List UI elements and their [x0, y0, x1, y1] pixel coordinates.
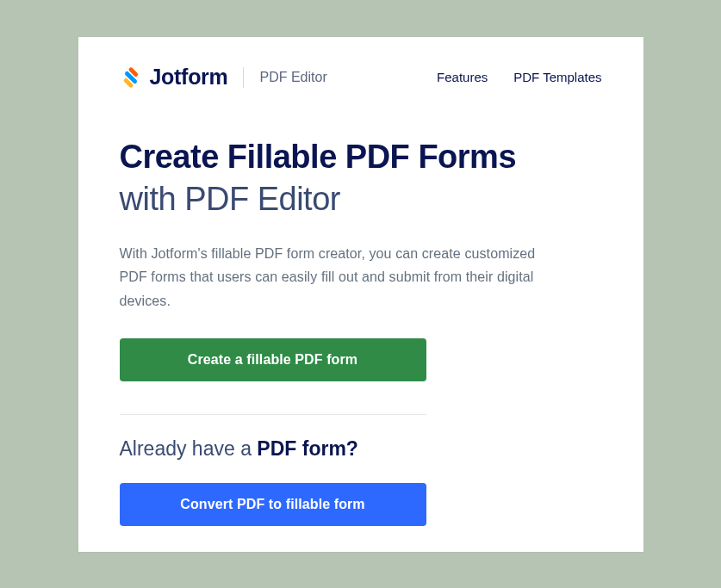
title-bold: Create Fillable PDF Forms	[120, 139, 517, 175]
horizontal-divider	[120, 414, 426, 415]
page-title: Create Fillable PDF Forms with PDF Edito…	[120, 136, 602, 220]
nav-features[interactable]: Features	[437, 70, 488, 84]
top-nav: Features PDF Templates	[437, 70, 601, 84]
logo[interactable]: Jotform	[120, 65, 228, 90]
jotform-logo-icon	[120, 66, 142, 89]
vertical-divider	[243, 67, 244, 88]
nav-pdf-templates[interactable]: PDF Templates	[513, 70, 601, 84]
create-fillable-pdf-button[interactable]: Create a fillable PDF form	[120, 338, 426, 381]
header: Jotform PDF Editor Features PDF Template…	[120, 65, 602, 90]
convert-pdf-button[interactable]: Convert PDF to fillable form	[120, 483, 426, 526]
already-bold: PDF form?	[257, 437, 358, 460]
hero-description: With Jotform's fillable PDF form creator…	[120, 242, 550, 313]
already-have-text: Already have a PDF form?	[120, 437, 602, 461]
product-name: PDF Editor	[259, 70, 326, 85]
already-prefix: Already have a	[120, 437, 258, 460]
brand-name: Jotform	[150, 65, 228, 90]
main-card: Jotform PDF Editor Features PDF Template…	[78, 37, 643, 552]
title-sub: with PDF Editor	[120, 181, 340, 217]
brand-group: Jotform PDF Editor	[120, 65, 327, 90]
